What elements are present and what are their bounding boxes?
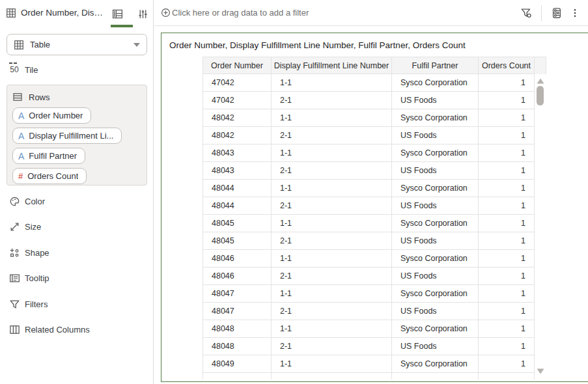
cell-order-number[interactable]: 48048	[203, 338, 271, 355]
cell-order-number[interactable]: 48043	[203, 144, 271, 162]
cell-display-fulfillment-line-number[interactable]: 2-1	[271, 92, 391, 109]
cell-fulfil-partner[interactable]: US Foods	[391, 162, 478, 180]
cell-order-number[interactable]: 48042	[203, 109, 271, 127]
table-visualization[interactable]: Order Number, Display Fulfillment Line N…	[161, 33, 588, 382]
sidebar-item-color[interactable]: Color	[8, 193, 147, 210]
cell-display-fulfillment-line-number[interactable]: 1-1	[271, 355, 391, 373]
cell-orders-count[interactable]: 1	[478, 74, 535, 92]
cell-orders-count[interactable]: 1	[478, 355, 535, 373]
scrollbar-thumb[interactable]	[537, 86, 544, 105]
tab-properties-panel[interactable]	[134, 5, 151, 22]
limit-values-button[interactable]	[517, 4, 535, 22]
column-header-fulfil-partner[interactable]: Fulfil Partner	[391, 57, 478, 74]
cell-display-fulfillment-line-number[interactable]: 2-1	[271, 267, 391, 285]
cell-order-number[interactable]: 48046	[203, 250, 271, 267]
cell-fulfil-partner[interactable]: US Foods	[391, 127, 478, 144]
cell-empty	[271, 373, 391, 379]
cell-display-fulfillment-line-number[interactable]: 1-1	[271, 320, 391, 338]
cell-fulfil-partner[interactable]: Sysco Corporation	[391, 285, 478, 303]
canvas-settings-button[interactable]	[548, 4, 566, 22]
sidebar-item-shape[interactable]: Shape	[8, 244, 147, 261]
cell-display-fulfillment-line-number[interactable]: 2-1	[271, 127, 391, 144]
cell-orders-count[interactable]: 1	[478, 180, 535, 197]
cell-fulfil-partner[interactable]: Sysco Corporation	[391, 74, 478, 92]
viz-type-dropdown[interactable]: Table	[7, 34, 147, 55]
cell-order-number[interactable]: 47042	[203, 92, 271, 109]
cell-display-fulfillment-line-number[interactable]: 1-1	[271, 250, 391, 267]
cell-orders-count[interactable]: 1	[478, 92, 535, 109]
sidebar-item-filters[interactable]: Filters	[8, 295, 147, 312]
cell-display-fulfillment-line-number[interactable]: 2-1	[271, 232, 391, 250]
sidebar-item-tile[interactable]: 50 Tile	[8, 61, 38, 78]
cell-order-number[interactable]: 48048	[203, 320, 271, 338]
cell-order-number[interactable]: 48045	[203, 215, 271, 232]
oracle-analytics-visualization-editor: { "colors": { "accent_green": "#567f45",…	[0, 0, 588, 384]
cell-display-fulfillment-line-number[interactable]: 2-1	[271, 162, 391, 180]
cell-order-number[interactable]: 48046	[203, 267, 271, 285]
cell-order-number[interactable]: 48047	[203, 303, 271, 320]
cell-fulfil-partner[interactable]: US Foods	[391, 232, 478, 250]
menu-button[interactable]	[566, 4, 584, 22]
cell-fulfil-partner[interactable]: Sysco Corporation	[391, 215, 478, 232]
cell-orders-count[interactable]: 1	[478, 162, 535, 180]
scroll-up-arrow-icon[interactable]	[537, 78, 544, 84]
cell-fulfil-partner[interactable]: Sysco Corporation	[391, 250, 478, 267]
cell-display-fulfillment-line-number[interactable]: 1-1	[271, 180, 391, 197]
cell-orders-count[interactable]: 1	[478, 109, 535, 127]
cell-order-number[interactable]: 48045	[203, 232, 271, 250]
cell-display-fulfillment-line-number[interactable]: 2-1	[271, 303, 391, 320]
rows-chip-display-fulfillment-li[interactable]: ADisplay Fulfillment Li...	[12, 128, 122, 144]
cell-fulfil-partner[interactable]: US Foods	[391, 303, 478, 320]
column-header-display-fulfillment-line-number[interactable]: Display Fulfillment Line Number	[271, 57, 391, 74]
cell-display-fulfillment-line-number[interactable]: 1-1	[271, 215, 391, 232]
cell-orders-count[interactable]: 1	[478, 338, 535, 355]
cell-orders-count[interactable]: 1	[478, 303, 535, 320]
cell-fulfil-partner[interactable]: Sysco Corporation	[391, 320, 478, 338]
cell-order-number[interactable]: 48044	[203, 197, 271, 215]
cell-display-fulfillment-line-number[interactable]: 2-1	[271, 197, 391, 215]
cell-orders-count[interactable]: 1	[478, 250, 535, 267]
cell-order-number[interactable]: 48042	[203, 127, 271, 144]
cell-orders-count[interactable]: 1	[478, 197, 535, 215]
cell-display-fulfillment-line-number[interactable]: 1-1	[271, 109, 391, 127]
column-header-order-number[interactable]: Order Number	[203, 57, 271, 74]
cell-orders-count[interactable]: 1	[478, 267, 535, 285]
cell-fulfil-partner[interactable]: Sysco Corporation	[391, 109, 478, 127]
cell-display-fulfillment-line-number[interactable]: 1-1	[271, 144, 391, 162]
cell-orders-count[interactable]: 1	[478, 144, 535, 162]
tab-grammar-panel[interactable]	[109, 5, 126, 22]
cell-display-fulfillment-line-number[interactable]: 1-1	[271, 74, 391, 92]
cell-orders-count[interactable]: 1	[478, 285, 535, 303]
sidebar-item-related-columns[interactable]: Related Columns	[8, 322, 147, 338]
cell-order-number[interactable]: 48043	[203, 162, 271, 180]
sidebar-item-size[interactable]: Size	[8, 219, 147, 236]
cell-order-number[interactable]: 48049	[203, 355, 271, 373]
rows-chip-order-number[interactable]: AOrder Number	[12, 107, 91, 124]
toolbar-divider	[541, 5, 542, 21]
sidebar-item-tooltip[interactable]: Tooltip	[8, 270, 147, 287]
table-row: 480441-1Sysco Corporation1	[203, 180, 535, 197]
cell-orders-count[interactable]: 1	[478, 215, 535, 232]
column-header-orders-count[interactable]: Orders Count	[478, 57, 535, 74]
rows-chip-orders-count[interactable]: #Orders Count	[12, 168, 87, 184]
cell-display-fulfillment-line-number[interactable]: 2-1	[271, 338, 391, 355]
cell-fulfil-partner[interactable]: Sysco Corporation	[391, 144, 478, 162]
scroll-down-arrow-icon[interactable]	[537, 368, 544, 374]
cell-display-fulfillment-line-number[interactable]: 1-1	[271, 285, 391, 303]
add-filter-target[interactable]: Click here or drag data to add a filter	[161, 8, 309, 18]
cell-orders-count[interactable]: 1	[478, 320, 535, 338]
cell-fulfil-partner[interactable]: Sysco Corporation	[391, 355, 478, 373]
cell-order-number[interactable]: 47042	[203, 74, 271, 92]
cell-order-number[interactable]: 48044	[203, 180, 271, 197]
cell-fulfil-partner[interactable]: US Foods	[391, 92, 478, 109]
rows-chip-fulfil-partner[interactable]: AFulfil Partner	[12, 148, 85, 164]
cell-orders-count[interactable]: 1	[478, 232, 535, 250]
cell-order-number[interactable]: 48047	[203, 285, 271, 303]
cell-fulfil-partner[interactable]: US Foods	[391, 197, 478, 215]
cell-orders-count[interactable]: 1	[478, 127, 535, 144]
cell-fulfil-partner[interactable]: Sysco Corporation	[391, 180, 478, 197]
table-scrollbar[interactable]	[535, 57, 546, 379]
cell-fulfil-partner[interactable]: US Foods	[391, 338, 478, 355]
scrollbar-track[interactable]	[535, 74, 546, 379]
cell-fulfil-partner[interactable]: US Foods	[391, 267, 478, 285]
